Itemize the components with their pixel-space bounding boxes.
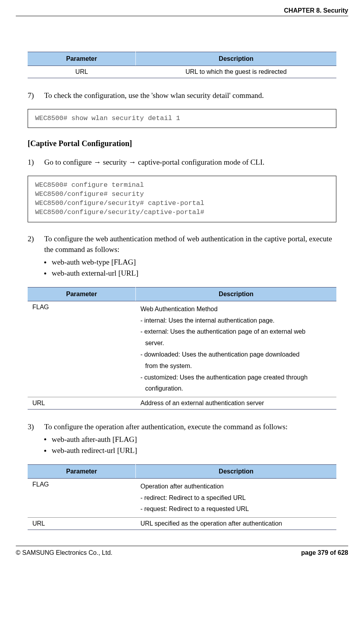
desc-line: configuration. bbox=[145, 385, 183, 392]
table-after-auth: Parameter Description FLAG Operation aft… bbox=[28, 464, 336, 530]
th-parameter: Parameter bbox=[28, 464, 136, 478]
desc-line: - internal: Uses the internal authentica… bbox=[141, 317, 275, 324]
table-web-auth-method: Parameter Description FLAG Web Authentic… bbox=[28, 287, 336, 409]
cell-desc: Web Authentication Method - internal: Us… bbox=[136, 301, 336, 397]
section-heading-captive-portal: [Captive Portal Configuration] bbox=[28, 139, 336, 148]
chapter-header: CHAPTER 8. Security bbox=[16, 7, 348, 16]
desc-line: - downloaded: Uses the authentication pa… bbox=[141, 351, 300, 358]
step-number: 7) bbox=[28, 90, 44, 101]
copyright-text: © SAMSUNG Electronics Co., Ltd. bbox=[16, 549, 113, 556]
th-parameter: Parameter bbox=[28, 52, 136, 66]
code-block-show-wlan: WEC8500# show wlan security detail 1 bbox=[28, 109, 336, 128]
cp-step-3: 3) To configure the operation after auth… bbox=[28, 421, 336, 456]
cell-param: FLAG bbox=[28, 301, 136, 397]
th-parameter: Parameter bbox=[28, 287, 136, 301]
step-text: To configure the operation after authent… bbox=[44, 423, 287, 431]
table-row: FLAG Web Authentication Method - interna… bbox=[28, 301, 336, 397]
bullet-item: web-auth redirect-url [URL] bbox=[44, 445, 336, 456]
cp-step-1: 1) Go to configure → security → captive-… bbox=[28, 157, 336, 168]
step-number: 2) bbox=[28, 233, 44, 279]
table-url-redirect: Parameter Description URL URL to which t… bbox=[28, 52, 336, 78]
bullet-item: web-auth external-url [URL] bbox=[44, 268, 336, 279]
page-number: page 379 of 628 bbox=[301, 549, 348, 556]
step-number: 1) bbox=[28, 157, 44, 168]
th-description: Description bbox=[136, 464, 336, 478]
cell-desc: Address of an external authentication se… bbox=[136, 397, 336, 409]
table-row: URL URL specified as the operation after… bbox=[28, 518, 336, 530]
table-row: FLAG Operation after authentication - re… bbox=[28, 478, 336, 517]
step-text: To check the configuration, use the 'sho… bbox=[44, 90, 336, 101]
cell-desc: URL to which the guest is redirected bbox=[136, 66, 336, 78]
cell-desc: Operation after authentication - redirec… bbox=[136, 478, 336, 517]
text-segment: Go to configure bbox=[44, 158, 94, 166]
step-7: 7) To check the configuration, use the '… bbox=[28, 90, 336, 101]
cell-param: FLAG bbox=[28, 478, 136, 517]
cell-param: URL bbox=[28, 397, 136, 409]
step-number: 3) bbox=[28, 421, 44, 456]
text-segment: captive-portal configuration mode of CLI… bbox=[136, 158, 265, 166]
cell-param: URL bbox=[28, 518, 136, 530]
desc-line: - redirect: Redirect to a specified URL bbox=[141, 494, 246, 501]
step-text: Go to configure → security → captive-por… bbox=[44, 157, 336, 168]
desc-line: - external: Uses the authentication page… bbox=[141, 328, 306, 335]
step-text: To configure the web authentication meth… bbox=[44, 235, 332, 254]
arrow-icon: → bbox=[94, 158, 101, 166]
th-description: Description bbox=[136, 287, 336, 301]
cell-param: URL bbox=[28, 66, 136, 78]
bullet-item: web-auth after-auth [FLAG] bbox=[44, 434, 336, 445]
page-footer: © SAMSUNG Electronics Co., Ltd. page 379… bbox=[16, 546, 348, 556]
desc-line: server. bbox=[145, 340, 164, 346]
desc-line: Web Authentication Method bbox=[141, 306, 218, 312]
cell-desc: URL specified as the operation after aut… bbox=[136, 518, 336, 530]
table-row: URL URL to which the guest is redirected bbox=[28, 66, 336, 78]
desc-line: from the system. bbox=[145, 363, 192, 369]
desc-line: - customized: Uses the authentication pa… bbox=[141, 374, 308, 381]
desc-line: Operation after authentication bbox=[141, 483, 224, 490]
code-block-configure: WEC8500# configure terminal WEC8500/conf… bbox=[28, 176, 336, 222]
bullet-item: web-auth web-type [FLAG] bbox=[44, 257, 336, 268]
cp-step-2: 2) To configure the web authentication m… bbox=[28, 233, 336, 279]
text-segment: security bbox=[101, 158, 129, 166]
desc-line: - request: Redirect to a requested URL bbox=[141, 505, 249, 512]
th-description: Description bbox=[136, 52, 336, 66]
table-row: URL Address of an external authenticatio… bbox=[28, 397, 336, 409]
arrow-icon: → bbox=[129, 158, 136, 166]
